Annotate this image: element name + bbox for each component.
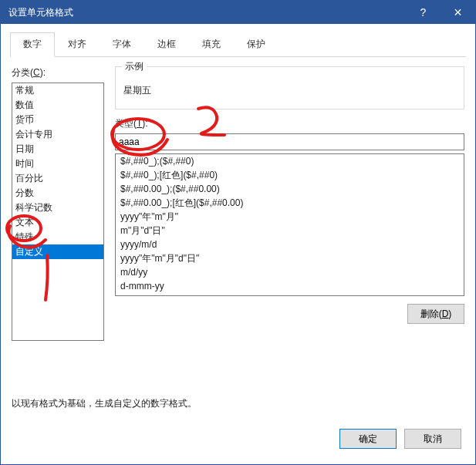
sample-box: 示例 星期五 bbox=[115, 66, 464, 110]
ok-button[interactable]: 确定 bbox=[339, 429, 397, 449]
category-item-general[interactable]: 常规 bbox=[12, 83, 103, 98]
category-item-accounting[interactable]: 会计专用 bbox=[12, 127, 103, 142]
type-option[interactable]: $#,##0_);[红色]($#,##0) bbox=[116, 168, 464, 182]
type-option[interactable]: $#,##0_);($#,##0) bbox=[116, 154, 464, 168]
category-item-custom[interactable]: 自定义 bbox=[12, 244, 103, 259]
type-option[interactable]: yyyy"年"m"月" bbox=[116, 210, 464, 224]
type-option[interactable]: yyyy/m/d bbox=[116, 238, 464, 251]
tab-alignment[interactable]: 对齐 bbox=[55, 32, 100, 57]
category-item-number[interactable]: 数值 bbox=[12, 98, 103, 113]
format-cells-dialog: 设置单元格格式 ? × 数字 对齐 字体 边框 填充 保护 分类(C): 常规 … bbox=[0, 0, 476, 465]
type-list[interactable]: $#,##0_);($#,##0) $#,##0_);[红色]($#,##0) … bbox=[115, 153, 464, 296]
category-item-text[interactable]: 文本 bbox=[12, 215, 103, 230]
window-title: 设置单元格格式 bbox=[8, 6, 73, 19]
category-label: 分类(C): bbox=[12, 66, 104, 79]
delete-button[interactable]: 删除(D) bbox=[407, 304, 464, 324]
category-item-fraction[interactable]: 分数 bbox=[12, 186, 103, 200]
tabstrip: 数字 对齐 字体 边框 填充 保护 bbox=[10, 32, 466, 57]
hint-text: 以现有格式为基础，生成自定义的数字格式。 bbox=[10, 397, 466, 410]
category-item-currency[interactable]: 货币 bbox=[12, 113, 103, 127]
type-option[interactable]: $#,##0.00_);[红色]($#,##0.00) bbox=[116, 196, 464, 210]
type-option[interactable]: yyyy"年"m"月"d"日" bbox=[116, 251, 464, 265]
category-item-time[interactable]: 时间 bbox=[12, 157, 103, 171]
category-item-special[interactable]: 特殊 bbox=[12, 230, 103, 244]
type-option[interactable]: d-mmm bbox=[116, 293, 464, 296]
sample-value: 星期五 bbox=[123, 84, 456, 97]
type-option[interactable]: $#,##0.00_);($#,##0.00) bbox=[116, 182, 464, 196]
help-button[interactable]: ? bbox=[406, 1, 441, 24]
tab-protection[interactable]: 保护 bbox=[234, 32, 279, 57]
cancel-button[interactable]: 取消 bbox=[404, 429, 461, 449]
tab-fill[interactable]: 填充 bbox=[189, 32, 234, 57]
type-option[interactable]: m"月"d"日" bbox=[116, 224, 464, 238]
type-label: 类型(T): bbox=[115, 117, 464, 130]
type-option[interactable]: d-mmm-yy bbox=[116, 279, 464, 293]
tab-number[interactable]: 数字 bbox=[10, 32, 55, 57]
category-list[interactable]: 常规 数值 货币 会计专用 日期 时间 百分比 分数 科学记数 文本 特殊 自定… bbox=[12, 83, 104, 341]
category-item-date[interactable]: 日期 bbox=[12, 142, 103, 157]
dialog-footer: 确定 取消 bbox=[1, 418, 475, 464]
tab-border[interactable]: 边框 bbox=[144, 32, 189, 57]
category-item-scientific[interactable]: 科学记数 bbox=[12, 200, 103, 215]
type-option[interactable]: m/d/yy bbox=[116, 265, 464, 279]
sample-label: 示例 bbox=[122, 60, 147, 73]
tab-font[interactable]: 字体 bbox=[100, 32, 144, 57]
type-input[interactable] bbox=[115, 133, 464, 150]
titlebar: 设置单元格格式 ? × bbox=[1, 1, 475, 24]
close-button[interactable]: × bbox=[441, 1, 475, 24]
category-item-percentage[interactable]: 百分比 bbox=[12, 171, 103, 186]
